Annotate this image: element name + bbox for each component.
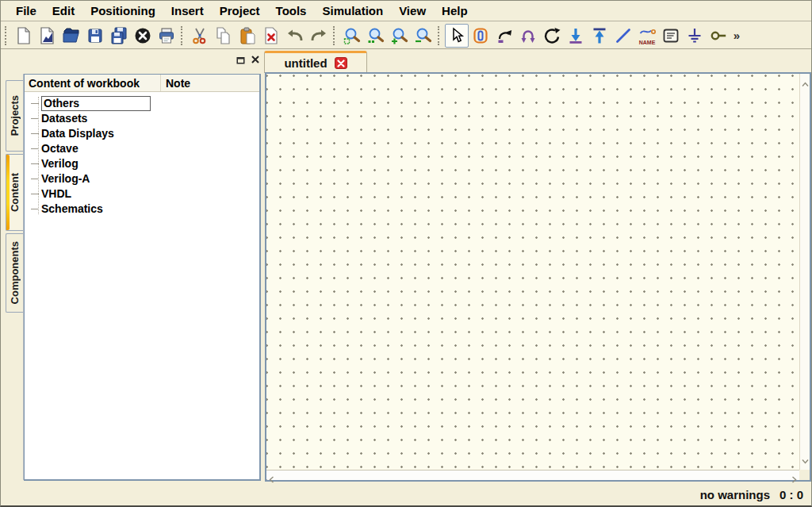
- save-all-button[interactable]: [107, 24, 131, 48]
- menu-edit[interactable]: Edit: [45, 2, 82, 19]
- tree-header: Content of workbook Note: [25, 75, 259, 92]
- menu-simulation[interactable]: Simulation: [315, 2, 390, 19]
- vertical-scrollbar[interactable]: [799, 74, 810, 470]
- menu-positioning[interactable]: Positioning: [83, 2, 163, 19]
- zoom-100-button[interactable]: [364, 24, 388, 48]
- copy-button[interactable]: [212, 24, 236, 48]
- insert-port-icon: [709, 26, 728, 45]
- rotate-cw-button[interactable]: [492, 24, 516, 48]
- open-button[interactable]: [59, 24, 83, 48]
- tree-branch-tick: [31, 179, 39, 179]
- dock-close-button[interactable]: [249, 53, 262, 66]
- mirror-x-down-icon: [566, 26, 585, 45]
- undo-icon: [285, 26, 304, 45]
- scrollbar-corner: [799, 470, 810, 480]
- select-pointer-button[interactable]: [445, 24, 469, 48]
- sidebar-tabstrip: Projects Content Components: [5, 74, 24, 480]
- menu-project[interactable]: Project: [213, 2, 267, 19]
- mirror-x-up-button[interactable]: [588, 24, 611, 48]
- zoom-fit-button[interactable]: [340, 24, 364, 48]
- insert-wire-icon: [614, 26, 633, 45]
- paste-icon: [238, 26, 257, 45]
- insert-text-button[interactable]: [659, 24, 683, 48]
- menu-tools[interactable]: Tools: [269, 2, 314, 19]
- tree-item-verilog-a[interactable]: Verilog-A: [25, 171, 259, 186]
- tab-label: untitled: [284, 56, 327, 70]
- insert-ground-button[interactable]: [683, 24, 707, 48]
- menu-insert[interactable]: Insert: [164, 2, 211, 19]
- sidebar-tab-content[interactable]: Content: [6, 154, 23, 231]
- tab-untitled[interactable]: untitled: [264, 51, 367, 73]
- menu-file[interactable]: File: [9, 2, 44, 19]
- tree-item-data-displays[interactable]: Data Displays: [25, 126, 259, 141]
- mirror-x-down-button[interactable]: [564, 24, 588, 48]
- tree-item-label: VHDL: [41, 187, 71, 201]
- menu-view[interactable]: View: [392, 2, 433, 19]
- tree-item-schematics[interactable]: Schematics: [25, 202, 259, 217]
- zoom-in-button[interactable]: [388, 24, 412, 48]
- tree-item-label: Others: [41, 96, 151, 111]
- tab-close-button[interactable]: [335, 57, 347, 69]
- tree-item-octave[interactable]: Octave: [25, 141, 259, 156]
- undo-button[interactable]: [283, 24, 307, 48]
- deactivate-component-button[interactable]: [469, 24, 492, 48]
- tree-branch-tick: [31, 133, 39, 134]
- toolbar-handle: [438, 26, 442, 45]
- wire-label-button[interactable]: NAME: [635, 24, 659, 48]
- mirror-y-axis-button[interactable]: [516, 24, 540, 48]
- zoom-100-icon: [366, 26, 385, 45]
- toolbar-handle: [333, 26, 337, 45]
- cut-scissors-icon: [190, 26, 209, 45]
- tree-item-others[interactable]: Others: [25, 96, 259, 111]
- tree-item-datasets[interactable]: Datasets: [25, 111, 259, 126]
- column-header-note[interactable]: Note: [161, 77, 259, 90]
- delete-icon: [262, 26, 281, 45]
- column-header-content[interactable]: Content of workbook: [25, 75, 161, 91]
- tree-item-label: Verilog-A: [41, 172, 90, 186]
- scroll-up-icon[interactable]: [802, 76, 809, 90]
- delete-button[interactable]: [259, 24, 283, 48]
- save-button[interactable]: [83, 24, 107, 48]
- tree-branch-tick: [31, 118, 39, 119]
- tree-branch-tick: [31, 163, 39, 164]
- sidebar-tab-label: Projects: [9, 95, 21, 136]
- close-icon: [251, 55, 260, 64]
- tree-item-label: Schematics: [41, 202, 103, 216]
- schematic-canvas[interactable]: [265, 72, 811, 482]
- tree-branch-tick: [31, 148, 39, 149]
- new-file-icon: [14, 26, 33, 45]
- paste-button[interactable]: [236, 24, 259, 48]
- cut-button[interactable]: [188, 24, 212, 48]
- mirror-y-axis-icon: [519, 26, 538, 45]
- toolbar-overflow-chevron[interactable]: »: [730, 29, 743, 42]
- print-button[interactable]: [155, 24, 178, 48]
- scroll-down-icon[interactable]: [802, 453, 809, 467]
- sidebar-tab-components[interactable]: Components: [6, 233, 23, 313]
- zoom-out-button[interactable]: [412, 24, 435, 48]
- tree-item-verilog[interactable]: Verilog: [25, 156, 259, 171]
- new-text-document-button[interactable]: [36, 24, 59, 48]
- redo-button[interactable]: [307, 24, 331, 48]
- print-icon: [157, 26, 176, 45]
- insert-port-button[interactable]: [707, 24, 730, 48]
- rotate-ccw-button[interactable]: [540, 24, 564, 48]
- sidebar-tab-label: Content: [9, 173, 21, 212]
- menu-help[interactable]: Help: [435, 2, 475, 19]
- horizontal-scrollbar[interactable]: [266, 470, 799, 480]
- toolbar: NAME »: [1, 22, 811, 49]
- close-icon: [337, 60, 345, 67]
- select-pointer-icon: [447, 26, 466, 45]
- dock-float-button[interactable]: [234, 53, 247, 66]
- insert-wire-button[interactable]: [611, 24, 635, 48]
- rotate-ccw-icon: [542, 26, 561, 45]
- save-icon: [86, 26, 105, 45]
- status-bar: no warnings 0 : 0: [1, 483, 811, 505]
- save-all-icon: [109, 26, 128, 45]
- redo-icon: [309, 26, 328, 45]
- zoom-fit-icon: [343, 26, 362, 45]
- close-file-button[interactable]: [131, 24, 155, 48]
- sidebar-tab-projects[interactable]: Projects: [6, 80, 23, 152]
- tree-item-vhdl[interactable]: VHDL: [25, 186, 259, 202]
- copy-icon: [214, 26, 233, 45]
- new-file-button[interactable]: [12, 24, 36, 48]
